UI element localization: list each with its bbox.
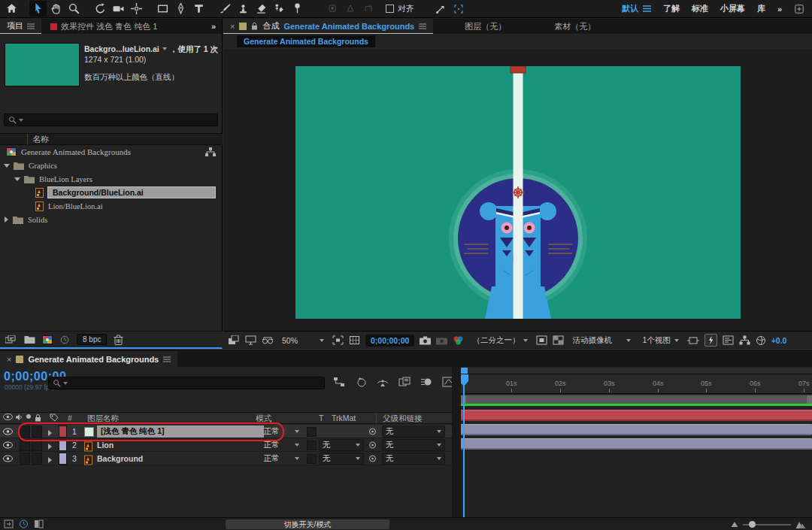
- twirl-closed-icon[interactable]: [5, 217, 8, 223]
- toggle-switches-modes-button[interactable]: 切换开关/模式: [226, 519, 389, 529]
- region-of-interest-icon[interactable]: [332, 335, 344, 345]
- close-tab-icon[interactable]: ×: [7, 355, 11, 364]
- label-color-swatch[interactable]: [59, 453, 67, 465]
- name-column-header[interactable]: 名称: [0, 133, 223, 145]
- layer-twirl-icon[interactable]: [48, 430, 52, 436]
- layer-top-handle[interactable]: [511, 66, 526, 73]
- timeline-track-area[interactable]: 01s 02s 03s 04s 05s 06s 07s: [461, 368, 812, 517]
- layer-twirl-icon[interactable]: [48, 444, 52, 450]
- orbit-tool-icon[interactable]: [92, 1, 109, 17]
- composition-flowchart-icon[interactable]: [739, 335, 750, 345]
- zoom-slider-knob[interactable]: [749, 521, 756, 528]
- footage-filename[interactable]: Backgro...lueLion.ai: [84, 44, 159, 54]
- show-snapshot-icon[interactable]: [436, 336, 447, 345]
- tree-item-solids-folder[interactable]: Solids: [0, 213, 222, 226]
- workspace-menu-icon[interactable]: [643, 5, 651, 12]
- tree-item-lion-ai[interactable]: Lion/BlueLion.ai: [0, 199, 222, 213]
- roto-brush-tool-icon[interactable]: [271, 1, 288, 17]
- trkmat-dropdown[interactable]: 无: [319, 439, 364, 451]
- trash-icon[interactable]: [114, 335, 123, 345]
- timeline-zoom-slider[interactable]: [731, 518, 806, 530]
- workspace-tab-small-screen[interactable]: 小屏幕: [720, 3, 745, 14]
- pen-tool-icon[interactable]: [172, 1, 189, 17]
- target-region-icon[interactable]: [536, 335, 547, 345]
- parent-dropdown[interactable]: 无: [382, 426, 445, 438]
- composition-canvas[interactable]: [295, 66, 741, 319]
- video-switch-icon[interactable]: [3, 439, 13, 451]
- zoom-slider-track[interactable]: [743, 524, 791, 525]
- eraser-tool-icon[interactable]: [253, 1, 270, 17]
- blend-mode-value[interactable]: 正常: [253, 453, 290, 465]
- layer-name[interactable]: Lion: [97, 439, 114, 451]
- tree-item-bluelion-layers-folder[interactable]: BlueLion Layers: [0, 172, 222, 186]
- workspace-tab-standard[interactable]: 标准: [692, 3, 708, 14]
- hand-tool-icon[interactable]: [47, 1, 65, 17]
- parent-dropdown[interactable]: 无: [382, 439, 445, 451]
- composition-viewport[interactable]: [223, 49, 812, 331]
- twirl-open-icon[interactable]: [14, 177, 20, 181]
- trkmat-dropdown[interactable]: 无: [319, 453, 364, 465]
- blend-mode-value[interactable]: 正常: [253, 426, 290, 438]
- panel-menu-icon[interactable]: [163, 356, 171, 362]
- brush-tool-icon[interactable]: [217, 1, 234, 17]
- clone-stamp-tool-icon[interactable]: [235, 1, 252, 17]
- pickwhip-share-icon[interactable]: [432, 1, 449, 17]
- parent-column-label[interactable]: 父级和链接: [376, 413, 423, 424]
- tree-item-background-ai[interactable]: Background/BlueLion.ai: [0, 186, 222, 199]
- expand-transfer-controls-icon[interactable]: [34, 519, 44, 528]
- expand-render-time-pane-icon[interactable]: [19, 519, 29, 528]
- video-switch-icon[interactable]: [3, 426, 13, 438]
- mini-flowchart-icon[interactable]: [205, 147, 216, 156]
- blend-mode-value[interactable]: 正常: [253, 439, 290, 451]
- time-ruler[interactable]: 01s 02s 03s 04s 05s 06s 07s: [461, 374, 812, 394]
- trkmat-column-label[interactable]: TrkMat: [332, 413, 356, 422]
- workspace-tab-libraries[interactable]: 库: [757, 3, 765, 14]
- camera-view-dropdown[interactable]: 活动摄像机: [569, 334, 634, 347]
- switch-cell[interactable]: [20, 439, 30, 451]
- workspace-tab-default[interactable]: 默认: [622, 3, 651, 14]
- tab-project[interactable]: 项目: [0, 19, 41, 34]
- parent-pickwhip-icon[interactable]: [368, 453, 377, 465]
- expand-in-out-pane-icon[interactable]: [4, 519, 14, 528]
- mode-column-label[interactable]: 模式: [256, 413, 271, 424]
- motion-blur-icon[interactable]: [420, 377, 432, 387]
- blend-mode-caret-icon[interactable]: [295, 444, 299, 447]
- label-color-swatch[interactable]: [59, 439, 67, 451]
- workspace-overflow-chevron[interactable]: »: [777, 5, 782, 14]
- layer-duration-bar-1[interactable]: [461, 410, 812, 421]
- layer-name[interactable]: [浅色 青色 纯色 1]: [97, 426, 264, 438]
- workspace-tab-learn[interactable]: 了解: [663, 3, 680, 14]
- stacked-panels-icon[interactable]: [229, 335, 240, 345]
- trkmat-empty-cell[interactable]: [307, 427, 317, 437]
- magnification-dropdown[interactable]: 50%: [279, 335, 327, 347]
- tab-layer[interactable]: 图层（无）: [456, 19, 515, 34]
- label-color-swatch[interactable]: [59, 426, 67, 438]
- project-search-input[interactable]: [4, 114, 218, 126]
- tab-footage[interactable]: 素材（无）: [545, 19, 604, 34]
- tab-composition[interactable]: × 合成 Generate Animated Backgrounds: [223, 19, 433, 34]
- zoom-tool-icon[interactable]: [65, 1, 83, 17]
- layer-twirl-icon[interactable]: [48, 457, 52, 463]
- switch-cell[interactable]: [32, 426, 42, 438]
- layer-name[interactable]: Background: [97, 453, 143, 465]
- draft-3d-icon[interactable]: [355, 377, 367, 387]
- reset-exposure-icon[interactable]: [756, 335, 766, 346]
- zoom-out-mountain-icon[interactable]: [731, 521, 738, 528]
- work-area-bar[interactable]: [461, 395, 812, 404]
- layer-duration-bar-3[interactable]: [461, 438, 812, 450]
- twirl-open-icon[interactable]: [4, 164, 10, 168]
- type-tool-icon[interactable]: [190, 1, 208, 17]
- grid-guides-icon[interactable]: [349, 335, 360, 345]
- t-column-label[interactable]: T: [319, 413, 323, 422]
- current-time-indicator-line[interactable]: [463, 374, 465, 517]
- selected-item-highlight[interactable]: Background/BlueLion.ai: [47, 186, 216, 198]
- switch-cell[interactable]: [20, 426, 30, 438]
- hide-shy-layers-icon[interactable]: [377, 377, 389, 387]
- switch-cell[interactable]: [32, 453, 42, 465]
- switch-cell[interactable]: [32, 439, 42, 451]
- layer-row-2[interactable]: 2 Lion 正常 无 无: [0, 438, 452, 452]
- snapshot-icon[interactable]: [420, 336, 431, 345]
- layer-row-1[interactable]: 1 [浅色 青色 纯色 1] 正常 无: [0, 425, 452, 438]
- switch-cell[interactable]: [307, 441, 317, 450]
- video-switch-icon[interactable]: [3, 453, 13, 465]
